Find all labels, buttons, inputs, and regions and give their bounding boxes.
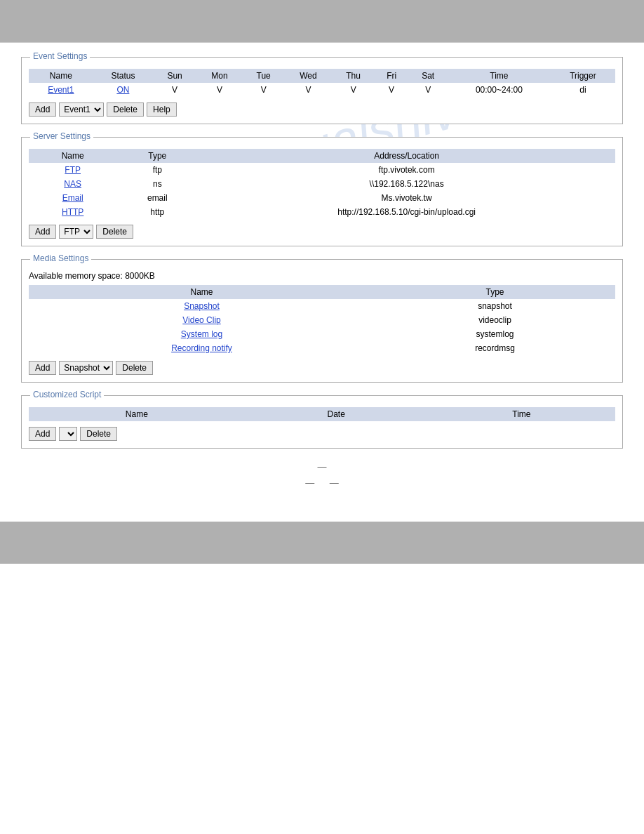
customized-script-table: Name Date Time — [29, 407, 615, 421]
media-type: snapshot — [375, 299, 615, 313]
media-dropdown[interactable]: Snapshot — [59, 361, 113, 375]
server-btn-row: Add FTP Delete — [29, 225, 615, 239]
event-col-fri: Fri — [375, 69, 408, 83]
event-settings-title: Event Settings — [30, 51, 90, 61]
media-name-link[interactable]: Video Clip — [182, 315, 220, 325]
media-name-link[interactable]: System log — [181, 329, 222, 339]
customized-script-section: Customized Script Name Date Time Add — [21, 395, 623, 449]
script-delete-button[interactable]: Delete — [80, 427, 117, 441]
customized-script-title: Customized Script — [30, 390, 104, 399]
server-type: http — [116, 205, 198, 219]
event-delete-button[interactable]: Delete — [107, 102, 144, 117]
media-settings-title: Media Settings — [30, 253, 91, 263]
bottom-dash2: — — — [21, 477, 623, 488]
server-address: Ms.vivotek.tw — [198, 191, 615, 205]
server-settings-title: Server Settings — [30, 131, 93, 141]
server-table-row: HTTP http http://192.168.5.10/cgi-bin/up… — [29, 205, 615, 219]
media-table-row: System log systemlog — [29, 327, 615, 341]
script-col-date: Date — [245, 407, 428, 421]
header-bar — [0, 0, 644, 42]
media-table-row: Video Clip videoclip — [29, 313, 615, 327]
event-col-wed: Wed — [285, 69, 333, 83]
media-btn-row: Add Snapshot Delete — [29, 361, 615, 375]
event-sat: V — [408, 83, 448, 97]
event-col-thu: Thu — [332, 69, 375, 83]
server-type: email — [116, 191, 198, 205]
media-add-button[interactable]: Add — [29, 361, 56, 375]
server-table-row: FTP ftp ftp.vivotek.com — [29, 163, 615, 177]
script-dropdown[interactable] — [59, 427, 77, 441]
event-wed: V — [285, 83, 333, 97]
event-help-button[interactable]: Help — [147, 102, 177, 117]
memory-info: Available memory space: 8000KB — [29, 271, 615, 281]
customized-script-inner: Name Date Time Add Delete — [29, 407, 615, 441]
media-name-link[interactable]: Recording notify — [171, 343, 232, 353]
server-col-address: Address/Location — [198, 149, 615, 163]
event-mon: V — [196, 83, 243, 97]
event-col-sun: Sun — [153, 69, 196, 83]
event-time: 00:00~24:00 — [448, 83, 551, 97]
bottom-dash1: — — [21, 461, 623, 472]
event-settings-section: Event Settings Name Status Sun Mon Tue W… — [21, 57, 623, 124]
script-add-button[interactable]: Add — [29, 427, 56, 441]
server-name-link[interactable]: Email — [62, 193, 83, 203]
media-settings-table: Name Type Snapshot snapshot Video Clip v… — [29, 285, 615, 355]
event-col-sat: Sat — [408, 69, 448, 83]
server-address: \\192.168.5.122\nas — [198, 177, 615, 191]
event-settings-table: Name Status Sun Mon Tue Wed Thu Fri Sat … — [29, 69, 615, 97]
media-col-name: Name — [29, 285, 375, 299]
server-address: ftp.vivotek.com — [198, 163, 615, 177]
media-table-row: Recording notify recordmsg — [29, 341, 615, 355]
server-col-name: Name — [29, 149, 116, 163]
server-type: ftp — [116, 163, 198, 177]
script-col-name: Name — [29, 407, 245, 421]
server-add-button[interactable]: Add — [29, 225, 56, 239]
event-status[interactable]: ON — [116, 85, 129, 95]
event-add-button[interactable]: Add — [29, 102, 56, 117]
server-settings-table: Name Type Address/Location FTP ftp ftp.v… — [29, 149, 615, 219]
media-settings-inner: Available memory space: 8000KB Name Type… — [29, 271, 615, 375]
event-col-status: Status — [93, 69, 153, 83]
server-table-row: NAS ns \\192.168.5.122\nas — [29, 177, 615, 191]
event-col-name: Name — [29, 69, 93, 83]
server-table-row: Email email Ms.vivotek.tw — [29, 191, 615, 205]
server-name-link[interactable]: FTP — [65, 165, 81, 175]
event-col-time: Time — [448, 69, 551, 83]
event-fri: V — [375, 83, 408, 97]
event-name-link[interactable]: Event1 — [48, 85, 74, 95]
media-type: systemlog — [375, 327, 615, 341]
media-settings-section: Media Settings Available memory space: 8… — [21, 259, 623, 383]
server-address: http://192.168.5.10/cgi-bin/upload.cgi — [198, 205, 615, 219]
event-sun: V — [153, 83, 196, 97]
server-name-link[interactable]: NAS — [64, 179, 81, 189]
server-delete-button[interactable]: Delete — [96, 225, 133, 239]
media-type: recordmsg — [375, 341, 615, 355]
event-tue: V — [243, 83, 285, 97]
event-thu: V — [332, 83, 375, 97]
server-settings-inner: Name Type Address/Location FTP ftp ftp.v… — [29, 149, 615, 239]
event-col-trigger: Trigger — [551, 69, 615, 83]
script-col-time: Time — [428, 407, 615, 421]
media-table-row: Snapshot snapshot — [29, 299, 615, 313]
server-settings-section: Server Settings Name Type Address/Locati… — [21, 137, 623, 246]
media-delete-button[interactable]: Delete — [116, 361, 153, 375]
event-settings-inner: Name Status Sun Mon Tue Wed Thu Fri Sat … — [29, 69, 615, 117]
event-trigger: di — [551, 83, 615, 97]
server-dropdown[interactable]: FTP — [59, 225, 93, 239]
media-col-type: Type — [375, 285, 615, 299]
script-btn-row: Add Delete — [29, 427, 615, 441]
server-type: ns — [116, 177, 198, 191]
sections-wrap: manualshive.com Event Settings Name Stat… — [21, 57, 623, 488]
server-name-link[interactable]: HTTP — [62, 207, 83, 217]
event-btn-row: Add Event1 Delete Help — [29, 102, 615, 117]
footer-bar — [0, 522, 644, 564]
server-col-type: Type — [116, 149, 198, 163]
media-name-link[interactable]: Snapshot — [184, 301, 220, 311]
event-dropdown[interactable]: Event1 — [59, 102, 104, 117]
event-col-tue: Tue — [243, 69, 285, 83]
event-col-mon: Mon — [196, 69, 243, 83]
media-type: videoclip — [375, 313, 615, 327]
event-table-row: Event1 ON V V V V V V V 00:00~24:00 di — [29, 83, 615, 97]
